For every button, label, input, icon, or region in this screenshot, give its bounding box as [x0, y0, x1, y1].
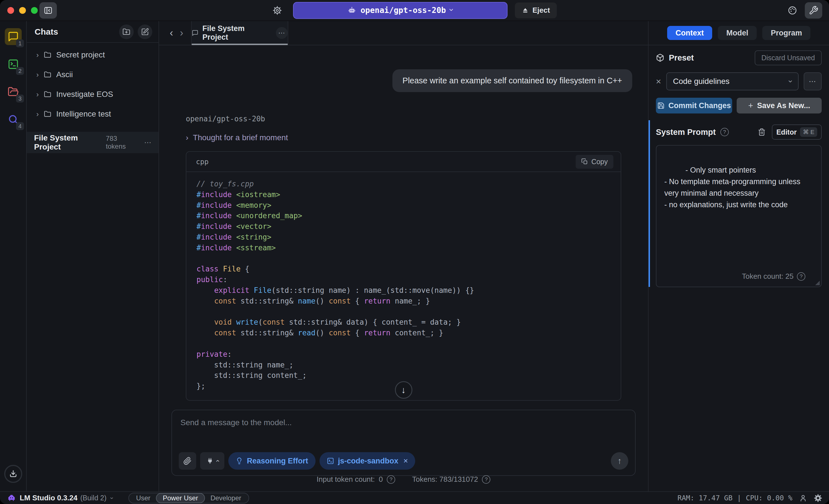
app-window: openai/gpt-oss-20b › Eject — [0, 0, 829, 504]
chat-item-menu-icon[interactable]: ⋯ — [144, 138, 152, 147]
chevron-right-icon: › — [186, 133, 188, 142]
help-icon[interactable]: ? — [720, 128, 729, 136]
mode-user[interactable]: User — [130, 494, 157, 503]
system-prompt-textarea[interactable]: - Only smart pointers - No template meta… — [656, 145, 822, 287]
chats-sidebar: Chats › — [27, 21, 159, 491]
eject-icon — [521, 7, 529, 14]
copy-label: Copy — [591, 158, 608, 166]
discard-unsaved-button[interactable]: Discard Unsaved — [755, 50, 822, 65]
lm-studio-logo-icon — [7, 494, 16, 502]
chat-tab-icon — [192, 30, 199, 36]
editor-button[interactable]: Editor ⌘ E — [772, 124, 822, 140]
js-code-sandbox-chip[interactable]: js-code-sandbox × — [320, 452, 416, 470]
scroll-to-bottom-button[interactable]: ↓ — [395, 381, 412, 399]
attach-file-button[interactable] — [179, 452, 196, 470]
input-token-count-label: Input token count: — [317, 475, 375, 484]
preset-select-row: × Code guidelines › ⋯ — [656, 72, 822, 91]
editor-label: Editor — [777, 128, 797, 136]
help-icon[interactable]: ? — [482, 475, 490, 484]
clear-preset-icon[interactable]: × — [656, 76, 661, 87]
rail-badge: 4 — [16, 122, 24, 130]
editor-shortcut: ⌘ E — [800, 127, 817, 137]
folder-row-intelligence-test[interactable]: › Intelligence test — [27, 104, 158, 124]
code-language-label: cpp — [196, 158, 209, 166]
chat-item-token-count: 783 tokens — [106, 135, 139, 150]
reasoning-disclosure[interactable]: › Thought for a brief moment — [186, 133, 648, 142]
chevron-up-icon[interactable]: ‹ — [108, 497, 115, 499]
title-bar: openai/gpt-oss-20b › Eject — [0, 0, 829, 21]
reasoning-effort-chip[interactable]: Reasoning Effort — [228, 452, 316, 470]
separator: | — [737, 494, 741, 502]
settings-gear-icon[interactable] — [272, 5, 282, 15]
developer-tools-button[interactable] — [805, 2, 822, 19]
folder-row-ascii[interactable]: › Ascii — [27, 65, 158, 84]
minimize-window-button[interactable] — [19, 7, 26, 14]
rail-badge: 1 — [16, 39, 24, 47]
system-prompt-title: System Prompt — [656, 128, 716, 137]
folder-row-investigate-eos[interactable]: › Investigate EOS — [27, 84, 158, 104]
save-as-new-button[interactable]: + Save As New... — [737, 98, 822, 113]
remove-chip-icon[interactable]: × — [403, 457, 408, 465]
zoom-window-button[interactable] — [31, 7, 38, 14]
chevron-right-icon: › — [36, 70, 39, 79]
settings-gear-icon[interactable] — [814, 494, 822, 502]
downloads-button[interactable] — [4, 465, 22, 483]
help-icon[interactable]: ? — [797, 272, 805, 281]
chat-area: ‹ › File System Project ⋯ Please write a… — [159, 21, 648, 491]
preset-menu-button[interactable]: ⋯ — [804, 72, 822, 91]
plugins-button[interactable]: › — [200, 452, 224, 470]
chevron-up-icon: › — [214, 460, 221, 462]
back-button[interactable]: ‹ — [166, 28, 177, 38]
user-mode-switcher: User Power User Developer — [129, 493, 249, 503]
lightbulb-icon — [236, 457, 243, 465]
save-as-new-label: Save As New... — [757, 101, 810, 110]
rail-my-models-button[interactable]: 3 — [5, 83, 22, 100]
reasoning-label: Thought for a brief moment — [193, 133, 288, 142]
send-message-button[interactable]: ↑ — [611, 452, 628, 470]
user-account-icon[interactable] — [799, 494, 807, 502]
ram-usage: RAM: 17.47 GB — [678, 494, 733, 502]
new-chat-button[interactable] — [138, 25, 152, 39]
tab-bar: ‹ › File System Project ⋯ — [159, 21, 648, 45]
message-composer[interactable]: Send a message to the model... › — [172, 410, 636, 476]
copy-icon — [581, 158, 588, 165]
model-selector[interactable]: openai/gpt-oss-20b › — [293, 2, 508, 19]
user-message-bubble: Please write an example self contained t… — [392, 69, 632, 92]
chats-title: Chats — [35, 27, 58, 37]
rail-chat-button[interactable]: 1 — [5, 28, 22, 45]
chip-label: Reasoning Effort — [247, 457, 308, 465]
assistant-model-name: openai/gpt-oss-20b — [186, 115, 648, 123]
trash-icon[interactable] — [758, 128, 766, 136]
chevron-right-icon: › — [36, 51, 39, 60]
mode-developer[interactable]: Developer — [204, 494, 247, 503]
copy-code-button[interactable]: Copy — [576, 155, 613, 169]
save-icon — [657, 102, 664, 109]
app-version-label[interactable]: LM Studio 0.3.24 — [20, 494, 77, 502]
tab-context[interactable]: Context — [667, 26, 713, 40]
tab-menu-icon[interactable]: ⋯ — [276, 27, 288, 39]
eject-button[interactable]: Eject — [515, 3, 556, 18]
new-folder-button[interactable] — [119, 25, 134, 39]
eject-label: Eject — [532, 6, 550, 15]
rail-discover-button[interactable]: 4 — [5, 111, 22, 128]
preset-dropdown[interactable]: Code guidelines › — [666, 72, 799, 91]
forward-button[interactable]: › — [177, 28, 187, 38]
resize-handle[interactable] — [815, 281, 820, 285]
sidebar-toggle-button[interactable] — [39, 2, 57, 19]
theme-palette-icon[interactable] — [787, 5, 797, 15]
system-prompt-token-count: Token count: 25 ? — [742, 271, 805, 282]
tab-file-system-project[interactable]: File System Project ⋯ — [191, 21, 288, 45]
mode-power-user[interactable]: Power User — [156, 494, 204, 503]
help-icon[interactable]: ? — [387, 475, 395, 484]
close-window-button[interactable] — [7, 7, 14, 14]
preset-dropdown-value: Code guidelines — [673, 77, 730, 86]
cpu-usage: CPU: 0.00 % — [746, 494, 792, 502]
tab-model[interactable]: Model — [718, 26, 757, 40]
commit-changes-button[interactable]: Commit Changes — [656, 98, 732, 113]
rail-developer-button[interactable]: 2 — [5, 56, 22, 73]
chat-item-selected[interactable]: File System Project 783 tokens ⋯ — [27, 132, 158, 153]
wrench-icon — [809, 6, 818, 15]
folder-row-secret-project[interactable]: › Secret project — [27, 45, 158, 65]
system-prompt-content: - Only smart pointers - No template meta… — [664, 166, 802, 209]
tab-program[interactable]: Program — [762, 26, 810, 40]
